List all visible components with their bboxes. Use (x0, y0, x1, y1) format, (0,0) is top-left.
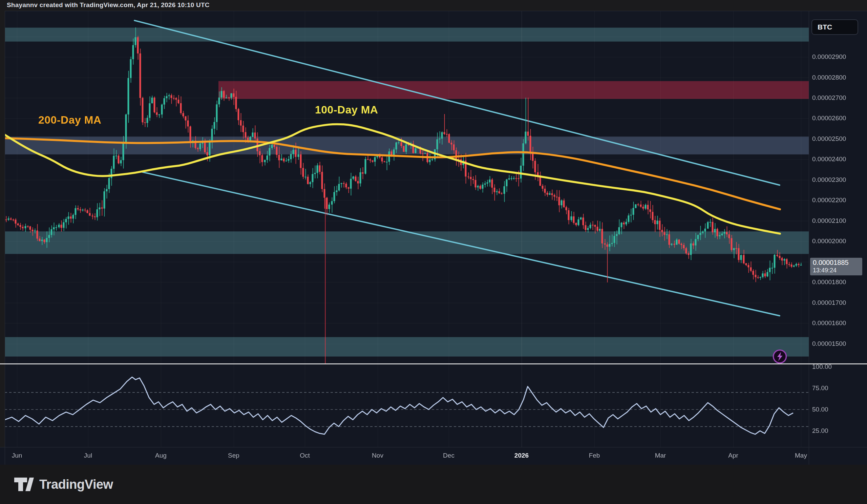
tradingview-logo[interactable]: TradingView (13, 476, 113, 493)
price-axis-label: 0.00002800 (812, 74, 846, 81)
symbol-badge-label: BTC (817, 23, 832, 31)
time-axis-label: Sep (228, 452, 239, 459)
price-axis-label: 0.00002700 (812, 94, 846, 101)
price-axis-label: 0.00002900 (812, 53, 846, 61)
price-axis-label: 0.00002000 (812, 237, 846, 245)
current-price-badge: 0.00001885 13:49:24 (810, 258, 862, 275)
ma200-label: 200-Day MA (38, 114, 101, 126)
countdown-timer: 13:49:24 (813, 267, 862, 274)
rsi-axis-label: 100.00 (812, 363, 832, 371)
price-axis-label: 0.00001700 (812, 299, 846, 307)
tradingview-chart-screenshot: Shayannv created with TradingView.com, A… (0, 0, 867, 504)
price-axis-label: 0.00002500 (812, 135, 846, 142)
time-axis-label: Aug (155, 452, 167, 459)
time-axis-label: May (795, 452, 807, 459)
time-axis[interactable]: JunJulAugSepOctNovDec2026FebMarAprMay (0, 452, 808, 462)
time-axis-label: 2026 (514, 452, 529, 459)
rsi-axis-label: 75.00 (812, 384, 828, 392)
ma100-label: 100-Day MA (315, 104, 378, 116)
price-axis-label: 0.00001600 (812, 319, 846, 327)
price-axis-label: 0.00002200 (812, 196, 846, 204)
footer-bar (0, 465, 867, 504)
time-axis-label: Apr (728, 452, 738, 459)
tradingview-logo-icon (13, 476, 34, 493)
rsi-axis-label: 50.00 (812, 406, 828, 413)
time-axis-label: Jul (84, 452, 92, 459)
current-price-value: 0.00001885 (813, 259, 862, 267)
time-axis-label: Dec (443, 452, 454, 459)
price-axis-label: 0.00002400 (812, 156, 846, 163)
time-axis-label: Nov (372, 452, 383, 459)
lightning-bolt-icon[interactable] (772, 349, 788, 364)
price-axis-label: 0.00001500 (812, 340, 846, 347)
symbol-badge[interactable]: BTC (812, 19, 858, 35)
time-axis-label: Jun (12, 452, 22, 459)
price-axis-label: 0.00002600 (812, 115, 846, 122)
attribution-text: Shayannv created with TradingView.com, A… (7, 1, 210, 9)
price-axis-label: 0.00002100 (812, 217, 846, 225)
price-axis-label: 0.00002300 (812, 176, 846, 184)
chart-canvas[interactable] (0, 0, 867, 504)
rsi-axis-label: 25.00 (812, 427, 828, 435)
time-axis-label: Feb (589, 452, 600, 459)
tradingview-wordmark: TradingView (39, 477, 113, 492)
price-axis-label: 0.00001800 (812, 278, 846, 286)
time-axis-label: Mar (655, 452, 666, 459)
time-axis-label: Oct (300, 452, 310, 459)
